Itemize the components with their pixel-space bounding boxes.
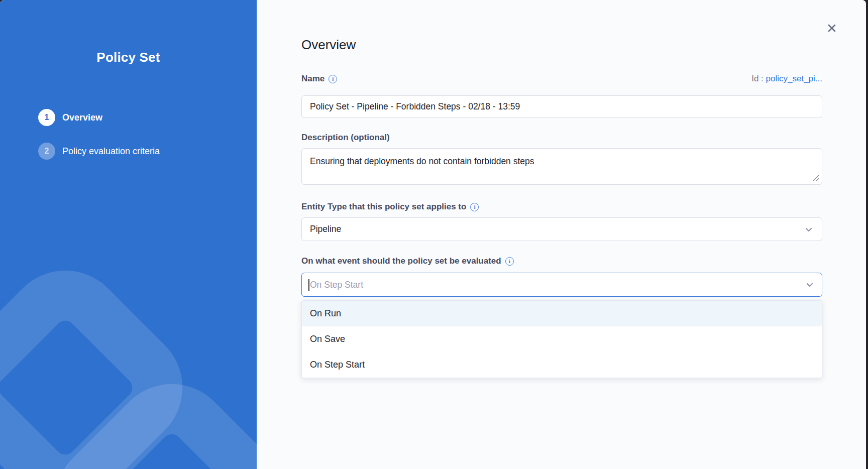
- entity-type-label-row: Entity Type that this policy set applies…: [301, 202, 822, 212]
- description-textarea[interactable]: Ensuring that deployments do not contain…: [301, 148, 822, 185]
- step-label: Overview: [62, 112, 102, 123]
- event-label: On what event should the policy set be e…: [301, 256, 501, 266]
- close-button[interactable]: [825, 21, 839, 35]
- id-label: Id :: [751, 74, 764, 83]
- chevron-down-icon: [805, 280, 815, 290]
- name-input[interactable]: [301, 95, 822, 118]
- text-caret: [308, 279, 309, 291]
- event-select-field: [301, 273, 822, 297]
- name-info-icon[interactable]: i: [329, 75, 337, 83]
- event-info-icon[interactable]: i: [505, 257, 514, 266]
- description-label: Description (optional): [301, 133, 390, 143]
- entity-type-label: Entity Type that this policy set applies…: [301, 202, 466, 212]
- entity-type-info-icon[interactable]: i: [470, 203, 479, 211]
- name-label: Name: [301, 74, 324, 84]
- step-policy-evaluation-criteria[interactable]: 2 Policy evaluation criteria: [38, 143, 160, 160]
- wizard-sidebar: Policy Set 1 Overview 2 Policy evaluatio…: [0, 0, 257, 469]
- event-options-menu: On Run On Save On Step Start: [301, 300, 822, 378]
- step-overview[interactable]: 1 Overview: [38, 109, 160, 126]
- step-number-badge: 1: [38, 109, 55, 126]
- option-on-run[interactable]: On Run: [302, 301, 822, 326]
- name-field-wrap: [301, 95, 822, 118]
- close-icon: [827, 23, 837, 33]
- entity-type-value: Pipeline: [310, 224, 341, 234]
- policy-set-id-link[interactable]: policy_set_pi...: [766, 74, 822, 83]
- policy-set-modal: Policy Set 1 Overview 2 Policy evaluatio…: [0, 0, 866, 469]
- step-label: Policy evaluation criteria: [62, 146, 160, 157]
- entity-type-select[interactable]: Pipeline: [301, 217, 822, 241]
- modal-title: Policy Set: [0, 50, 257, 65]
- description-field-wrap: Ensuring that deployments do not contain…: [301, 148, 822, 185]
- event-input[interactable]: [302, 273, 801, 296]
- overview-panel: Overview Name i Id : policy_set_pi... De…: [257, 0, 866, 469]
- option-on-step-start[interactable]: On Step Start: [302, 352, 822, 378]
- page-title: Overview: [301, 37, 822, 53]
- event-label-row: On what event should the policy set be e…: [301, 256, 822, 266]
- option-on-save[interactable]: On Save: [302, 326, 822, 352]
- wizard-steps: 1 Overview 2 Policy evaluation criteria: [38, 109, 160, 176]
- description-label-row: Description (optional): [301, 133, 822, 143]
- step-number-badge: 2: [38, 143, 55, 160]
- screen: Policy Set 1 Overview 2 Policy evaluatio…: [0, 0, 868, 469]
- name-label-row: Name i Id : policy_set_pi...: [301, 74, 822, 84]
- chevron-down-icon: [804, 224, 814, 234]
